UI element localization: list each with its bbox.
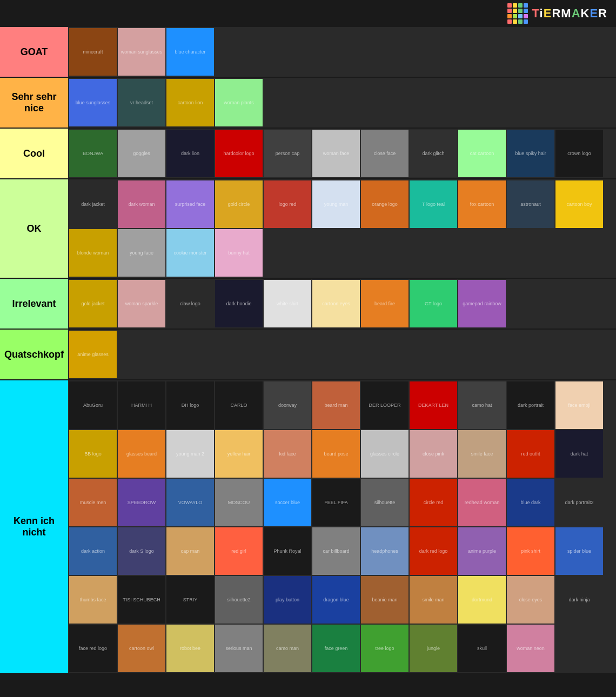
tier-item-k62[interactable]: tree logo bbox=[361, 625, 409, 672]
tier-item-o16[interactable] bbox=[264, 229, 311, 277]
tier-item-c8[interactable]: dark glitch bbox=[410, 130, 457, 177]
tier-item-k64[interactable]: skull bbox=[458, 625, 506, 672]
tier-item-k36[interactable]: cap man bbox=[166, 527, 214, 575]
tier-item-o3[interactable]: surprised face bbox=[166, 180, 214, 228]
tier-item-k32[interactable]: blue dark bbox=[507, 479, 554, 526]
tier-item-k10[interactable]: dark portrait bbox=[507, 381, 554, 429]
tier-item-k53[interactable]: dortmund bbox=[458, 576, 506, 624]
tier-item-i5[interactable]: white shirt bbox=[264, 280, 311, 327]
tier-item-q1[interactable]: anime glasses bbox=[69, 331, 117, 378]
tier-item-k16[interactable]: kid face bbox=[264, 430, 311, 478]
tier-item-k55[interactable]: dark ninja bbox=[555, 576, 603, 624]
tier-item-k27[interactable]: soccer blue bbox=[264, 479, 311, 526]
tier-item-k29[interactable]: silhouette bbox=[361, 479, 409, 526]
tier-item-o5[interactable]: logo red bbox=[264, 180, 311, 228]
tier-item-c7[interactable]: close face bbox=[361, 130, 409, 177]
tier-item-k12[interactable]: BB logo bbox=[69, 430, 117, 478]
tier-item-k65[interactable]: woman neon bbox=[507, 625, 554, 672]
tier-item-s1[interactable]: blue sunglasses bbox=[69, 79, 117, 126]
tier-item-k40[interactable]: headphones bbox=[361, 527, 409, 575]
tier-item-k31[interactable]: redhead woman bbox=[458, 479, 506, 526]
tier-item-k51[interactable]: beanie man bbox=[361, 576, 409, 624]
tier-item-i1[interactable]: gold jacket bbox=[69, 280, 117, 327]
tier-item-k61[interactable]: face green bbox=[312, 625, 360, 672]
tier-item-g1[interactable]: minecraft bbox=[69, 28, 117, 76]
tier-item-k11[interactable]: face emoji bbox=[555, 381, 603, 429]
tier-item-o11[interactable]: cartoon boy bbox=[555, 180, 603, 228]
tier-item-k4[interactable]: CARLO bbox=[215, 381, 263, 429]
tier-item-o9[interactable]: fox cartoon bbox=[458, 180, 506, 228]
tier-item-k23[interactable]: muscle men bbox=[69, 479, 117, 526]
tier-item-i6[interactable]: cartoon eyes bbox=[312, 280, 360, 327]
tier-item-k7[interactable]: DER LOOPER bbox=[361, 381, 409, 429]
tier-item-k24[interactable]: SPEEDROW bbox=[118, 479, 165, 526]
tier-item-c9[interactable]: cat cartoon bbox=[458, 130, 506, 177]
tier-item-o10[interactable]: astronaut bbox=[507, 180, 554, 228]
tier-item-k46[interactable]: TISI SCHUBECH bbox=[118, 576, 165, 624]
tier-item-k48[interactable]: silhouette2 bbox=[215, 576, 263, 624]
tier-item-g4[interactable] bbox=[215, 28, 263, 76]
tier-item-k14[interactable]: young man 2 bbox=[166, 430, 214, 478]
tier-item-k44[interactable]: spider blue bbox=[555, 527, 603, 575]
tier-item-i4[interactable]: dark hoodie bbox=[215, 280, 263, 327]
tier-item-k54[interactable]: close eyes bbox=[507, 576, 554, 624]
tier-item-k45[interactable]: thumbs face bbox=[69, 576, 117, 624]
tier-item-k20[interactable]: smile face bbox=[458, 430, 506, 478]
tier-item-k8[interactable]: DEKART LEN bbox=[410, 381, 457, 429]
tier-item-i8[interactable]: GT logo bbox=[410, 280, 457, 327]
tier-item-k17[interactable]: beard pose bbox=[312, 430, 360, 478]
tier-item-k58[interactable]: robot bee bbox=[166, 625, 214, 672]
tier-item-o4[interactable]: gold circle bbox=[215, 180, 263, 228]
tier-item-c5[interactable]: person cap bbox=[264, 130, 311, 177]
tier-item-c1[interactable]: BONJWA bbox=[69, 130, 117, 177]
tier-item-k5[interactable]: doorway bbox=[264, 381, 311, 429]
tier-item-k2[interactable]: HARMI H bbox=[118, 381, 165, 429]
tier-item-k22[interactable]: dark hat bbox=[555, 430, 603, 478]
tier-item-c2[interactable]: goggles bbox=[118, 130, 165, 177]
tier-item-i9[interactable]: gamepad rainbow bbox=[458, 280, 506, 327]
tier-item-i3[interactable]: claw logo bbox=[166, 280, 214, 327]
tier-item-s3[interactable]: cartoon lion bbox=[166, 79, 214, 126]
tier-item-k15[interactable]: yellow hair bbox=[215, 430, 263, 478]
tier-item-k6[interactable]: beard man bbox=[312, 381, 360, 429]
tier-item-k43[interactable]: pink shirt bbox=[507, 527, 554, 575]
tier-item-k9[interactable]: camo hat bbox=[458, 381, 506, 429]
tier-item-g2[interactable]: woman sunglasses bbox=[118, 28, 165, 76]
tier-item-k63[interactable]: jungle bbox=[410, 625, 457, 672]
tier-item-k18[interactable]: glasses circle bbox=[361, 430, 409, 478]
tier-item-k21[interactable]: red outfit bbox=[507, 430, 554, 478]
tier-item-k37[interactable]: red girl bbox=[215, 527, 263, 575]
tier-item-s2[interactable]: vr headset bbox=[118, 79, 165, 126]
tier-item-c10[interactable]: blue spiky hair bbox=[507, 130, 554, 177]
tier-item-o7[interactable]: orange logo bbox=[361, 180, 409, 228]
tier-item-o13[interactable]: young face bbox=[118, 229, 165, 277]
tier-item-k33[interactable]: dark portrait2 bbox=[555, 479, 603, 526]
tier-item-k59[interactable]: serious man bbox=[215, 625, 263, 672]
tier-item-k3[interactable]: DH logo bbox=[166, 381, 214, 429]
tier-item-k39[interactable]: car billboard bbox=[312, 527, 360, 575]
tier-item-i2[interactable]: woman sparkle bbox=[118, 280, 165, 327]
tier-item-g3[interactable]: blue character bbox=[166, 28, 214, 76]
tier-item-k60[interactable]: camo man bbox=[264, 625, 311, 672]
tier-item-k38[interactable]: Phunk Royal bbox=[264, 527, 311, 575]
tier-item-i7[interactable]: beard fire bbox=[361, 280, 409, 327]
tier-item-c11[interactable]: crown logo bbox=[555, 130, 603, 177]
tier-item-c3[interactable]: dark lion bbox=[166, 130, 214, 177]
tier-item-k28[interactable]: FEEL FIFA bbox=[312, 479, 360, 526]
tier-item-c6[interactable]: woman face bbox=[312, 130, 360, 177]
tier-item-o2[interactable]: dark woman bbox=[118, 180, 165, 228]
tier-item-k52[interactable]: smile man bbox=[410, 576, 457, 624]
tier-item-o8[interactable]: T logo teal bbox=[410, 180, 457, 228]
tier-item-k1[interactable]: AbuGoru bbox=[69, 381, 117, 429]
tier-item-o6[interactable]: young man bbox=[312, 180, 360, 228]
tier-item-s4[interactable]: woman plants bbox=[215, 79, 263, 126]
tier-item-k50[interactable]: dragon blue bbox=[312, 576, 360, 624]
tier-item-k34[interactable]: dark action bbox=[69, 527, 117, 575]
tier-item-k25[interactable]: VOWAYLO bbox=[166, 479, 214, 526]
tier-item-o1[interactable]: dark jacket bbox=[69, 180, 117, 228]
tier-item-o12[interactable]: blonde woman bbox=[69, 229, 117, 277]
tier-item-k56[interactable]: face red logo bbox=[69, 625, 117, 672]
tier-item-k35[interactable]: dark S logo bbox=[118, 527, 165, 575]
tier-item-k41[interactable]: dark red logo bbox=[410, 527, 457, 575]
tier-item-o15[interactable]: bunny hat bbox=[215, 229, 263, 277]
